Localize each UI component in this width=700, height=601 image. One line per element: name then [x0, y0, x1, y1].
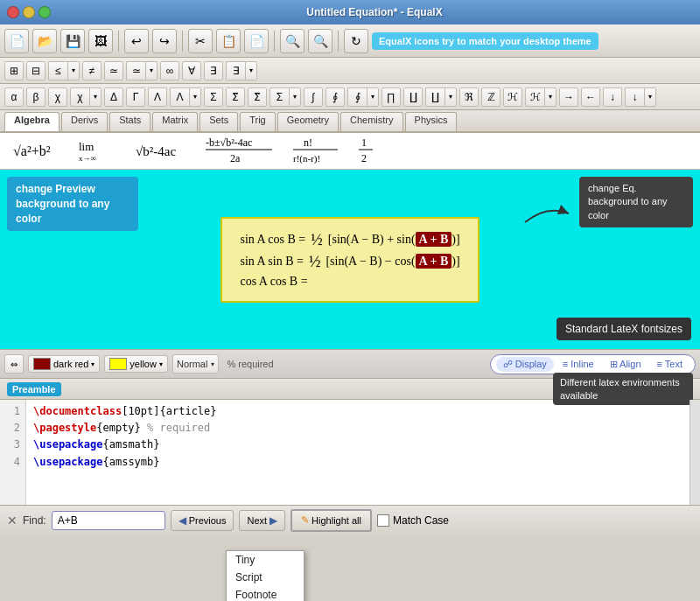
export-button[interactable]: 🖼	[88, 29, 113, 53]
sym-chi[interactable]: χ	[48, 87, 67, 107]
sym-btn[interactable]: ∮	[347, 87, 367, 107]
text-mode-button[interactable]: ≡ Text	[650, 357, 690, 372]
sym-btn[interactable]: ≃	[126, 61, 145, 80]
matrix2-icon[interactable]: ⊟	[26, 61, 46, 80]
undo-button[interactable]: ↩	[124, 29, 149, 53]
cut-button[interactable]: ✂	[188, 29, 213, 53]
find-input[interactable]	[52, 511, 165, 530]
sym-forall[interactable]: ∀	[182, 61, 201, 80]
align-mode-button[interactable]: ⊞ Align	[603, 357, 648, 372]
sym-sigma3[interactable]: Σ̃	[248, 87, 267, 107]
sym-btn[interactable]: χ	[70, 87, 89, 107]
dropdown-arrow-icon[interactable]: ▾	[67, 61, 80, 80]
copy-button[interactable]: 📋	[216, 29, 241, 53]
previous-button[interactable]: ◀ Previous	[171, 510, 234, 531]
sym-sigma[interactable]: Σ	[204, 87, 223, 107]
vertical-scrollbar[interactable]	[690, 400, 700, 505]
sym-lambda[interactable]: Λ	[148, 87, 167, 107]
tab-trig[interactable]: Trig	[240, 112, 276, 131]
formula-quadratic[interactable]: -b±√b²-4ac 2a	[200, 132, 278, 170]
toggle-button[interactable]: ⇔	[4, 354, 24, 374]
minimize-button[interactable]	[23, 6, 35, 18]
formula-sqrt-quad[interactable]: √b²-4ac	[130, 135, 191, 167]
code-line-4: \usepackage{amssymb}	[33, 454, 682, 471]
window-title: Untitled Equation* - EqualX	[56, 6, 693, 18]
find-button[interactable]: 🔍	[280, 29, 304, 53]
sym-neq[interactable]: ≠	[82, 61, 102, 80]
tab-stats[interactable]: Stats	[109, 112, 150, 131]
dropdown-arrow-icon[interactable]: ▾	[245, 61, 257, 80]
dropdown-arrow-icon[interactable]: ▾	[444, 87, 457, 107]
tab-sets[interactable]: Sets	[200, 112, 238, 131]
dropdown-arrow-icon[interactable]: ▾	[544, 87, 556, 107]
fontsize-selector[interactable]: Normal ▾	[172, 354, 219, 374]
match-case-checkbox[interactable]	[377, 514, 389, 527]
refresh-button[interactable]: ↻	[344, 29, 368, 53]
sym-arrow-l[interactable]: ←	[581, 87, 600, 107]
sym-btn[interactable]: ≤	[48, 61, 67, 80]
new-button[interactable]: 📄	[4, 29, 29, 53]
sym-z[interactable]: ℤ	[481, 87, 500, 107]
close-button[interactable]	[7, 6, 19, 18]
findreplace-button[interactable]: 🔍	[308, 29, 332, 53]
sym-prod[interactable]: ∏	[382, 87, 401, 107]
sym-h[interactable]: ℋ	[503, 87, 522, 107]
sym-simeq[interactable]: ≃	[104, 61, 123, 80]
tab-derivs[interactable]: Derivs	[61, 112, 108, 131]
inline-mode-button[interactable]: ≡ Inline	[556, 357, 601, 372]
sym-oint[interactable]: ∮	[326, 87, 345, 107]
sym-gamma[interactable]: Γ	[126, 87, 145, 107]
sym-btn[interactable]: ∐	[425, 87, 444, 107]
sym-int[interactable]: ∫	[304, 87, 323, 107]
sym-sigma2[interactable]: Σ̃	[226, 87, 245, 107]
sym-btn[interactable]: Λ	[170, 87, 189, 107]
dropdown-arrow-icon[interactable]: ▾	[644, 87, 656, 107]
dropdown-arrow-icon[interactable]: ▾	[367, 87, 379, 107]
sym-coprod[interactable]: ∐	[403, 87, 423, 107]
paste-button[interactable]: 📄	[244, 29, 269, 53]
dropdown-arrow-icon[interactable]: ▾	[89, 87, 102, 107]
highlight-all-button[interactable]: ✎ Highlight all	[290, 509, 372, 532]
tab-geometry[interactable]: Geometry	[277, 112, 339, 131]
tab-physics[interactable]: Physics	[405, 112, 458, 131]
find-close-button[interactable]: ✕	[7, 514, 18, 528]
formula-sqrt-sum[interactable]: √a²+b²	[7, 135, 64, 167]
bg-color-picker[interactable]: dark red ▾	[28, 355, 100, 373]
sym-alpha[interactable]: α	[4, 87, 24, 107]
sym-re[interactable]: ℜ	[459, 87, 479, 107]
preview-bg-hint: change Preview background to any color	[7, 177, 138, 231]
open-button[interactable]: 📂	[32, 29, 57, 53]
dropdown-arrow-icon[interactable]: ▾	[289, 87, 301, 107]
fontsize-tiny[interactable]: Tiny	[227, 551, 304, 569]
sym-infty[interactable]: ∞	[160, 61, 179, 80]
sym-btn[interactable]: ↓	[625, 87, 644, 107]
sym-btn[interactable]: ℋ	[525, 87, 544, 107]
sym-exists[interactable]: ∃	[204, 61, 223, 80]
svg-text:n!: n!	[304, 136, 312, 149]
tab-matrix[interactable]: Matrix	[152, 112, 198, 131]
formula-half[interactable]: 1 2	[353, 132, 379, 170]
sym-arrow-d[interactable]: ↓	[603, 87, 622, 107]
maximize-button[interactable]	[38, 6, 51, 18]
sym-btn[interactable]: ∃	[226, 61, 245, 80]
formula-factorial[interactable]: n! r!(n-r)!	[287, 132, 344, 170]
redo-button[interactable]: ↪	[152, 29, 177, 53]
matrix-icon[interactable]: ⊞	[4, 61, 24, 80]
dropdown-arrow-icon[interactable]: ▾	[145, 61, 158, 80]
fontsize-footnote[interactable]: Footnote	[227, 586, 304, 601]
tab-chemistry[interactable]: Chemistry	[340, 112, 403, 131]
formula-limit[interactable]: lim x→∞	[73, 135, 121, 167]
sym-arrow-r[interactable]: →	[559, 87, 578, 107]
sym-beta[interactable]: β	[26, 87, 46, 107]
eq-color-picker[interactable]: yellow ▾	[104, 355, 168, 373]
tab-algebra[interactable]: Algebra	[4, 112, 60, 131]
sym-btn[interactable]: Σ	[270, 87, 289, 107]
dropdown-arrow-icon[interactable]: ▾	[189, 87, 201, 107]
sym-delta[interactable]: Δ	[104, 87, 123, 107]
next-button[interactable]: Next ▶	[239, 510, 285, 531]
code-content[interactable]: \documentclass[10pt]{article} \pagestyle…	[26, 400, 690, 505]
match-case-checkbox-area[interactable]: Match Case	[377, 514, 449, 527]
fontsize-script[interactable]: Script	[227, 569, 304, 586]
save-button[interactable]: 💾	[60, 29, 85, 53]
display-mode-button[interactable]: ☍ Display	[496, 357, 554, 372]
